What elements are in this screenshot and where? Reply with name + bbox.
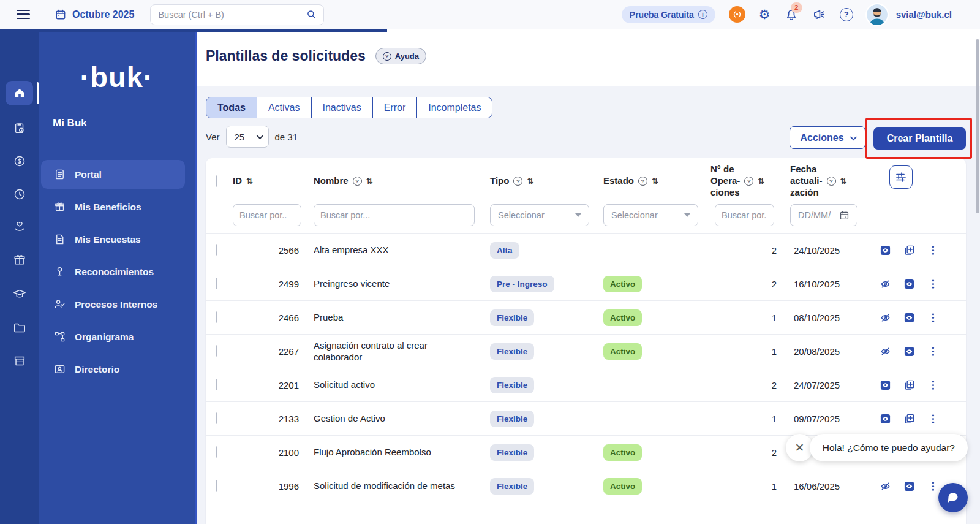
column-help-icon[interactable]: ?	[353, 177, 362, 186]
trial-badge[interactable]: Prueba Gratuita i	[622, 6, 715, 23]
column-help-icon[interactable]: ?	[744, 177, 753, 186]
sort-icon[interactable]: ⇅	[840, 177, 847, 186]
preview-icon[interactable]	[901, 309, 917, 325]
hide-visibility-icon[interactable]	[877, 343, 893, 359]
preview-icon[interactable]	[901, 343, 917, 359]
sidebar-item-directorio[interactable]: Directorio	[41, 355, 185, 384]
settings-gear-icon[interactable]: ⚙	[759, 8, 771, 21]
rail-item-organization[interactable]	[6, 349, 33, 373]
row-checkbox[interactable]	[216, 278, 217, 289]
rail-item-gift[interactable]	[6, 248, 33, 272]
kebab-menu-icon[interactable]	[925, 276, 941, 292]
row-actions	[870, 276, 966, 292]
preview-icon[interactable]	[901, 478, 917, 494]
vertical-scrollbar-thumb[interactable]	[976, 39, 979, 213]
filter-estado-select[interactable]: Seleccionar	[603, 204, 698, 226]
filter-fecha-date-input[interactable]: DD/MM/	[790, 204, 858, 226]
sidebar-item-mis-encuestas[interactable]: Mis Encuestas	[41, 225, 185, 254]
tipo-badge: Flexible	[490, 309, 534, 326]
sidebar-item-mis-beneficios[interactable]: Mis Beneficios	[41, 192, 185, 221]
user-email[interactable]: svial@buk.cl	[896, 9, 952, 20]
rail-item-home[interactable]	[6, 81, 33, 105]
sidebar-item-label: Organigrama	[75, 332, 134, 343]
row-checkbox[interactable]	[216, 379, 217, 390]
tab-todas[interactable]: Todas	[206, 97, 257, 118]
cell-operaciones: 2	[703, 380, 783, 390]
tab-error[interactable]: Error	[372, 97, 417, 118]
crear-plantilla-button[interactable]: Crear Plantilla	[873, 127, 966, 150]
filter-operaciones-input[interactable]	[715, 204, 774, 226]
rail-item-benefits[interactable]	[6, 215, 33, 239]
buk-assistant-icon[interactable]	[729, 6, 745, 23]
search-input[interactable]	[158, 10, 306, 20]
preview-icon[interactable]	[877, 411, 893, 427]
kebab-menu-icon[interactable]	[925, 478, 941, 494]
sort-icon[interactable]: ⇅	[758, 177, 764, 186]
help-icon[interactable]: ?	[840, 8, 853, 21]
column-help-icon[interactable]: ?	[513, 177, 522, 186]
filter-nombre-input[interactable]	[314, 204, 475, 226]
hide-visibility-icon[interactable]	[877, 309, 893, 325]
sort-icon[interactable]: ⇅	[652, 177, 658, 186]
hide-visibility-icon[interactable]	[877, 276, 893, 292]
row-checkbox[interactable]	[216, 311, 217, 323]
sort-icon[interactable]: ⇅	[527, 177, 533, 186]
cell-operaciones: 2	[703, 279, 783, 289]
hamburger-menu-button[interactable]	[17, 10, 30, 19]
row-checkbox[interactable]	[216, 446, 217, 458]
tab-activas[interactable]: Activas	[257, 97, 311, 118]
rail-item-folder[interactable]	[6, 316, 33, 340]
row-actions	[870, 242, 966, 258]
cell-id: 2133	[233, 414, 306, 424]
acciones-button[interactable]: Acciones	[790, 126, 865, 149]
search-icon[interactable]	[306, 9, 317, 20]
kebab-menu-icon[interactable]	[925, 242, 941, 258]
filter-id-input[interactable]	[233, 204, 301, 226]
notifications-bell-icon[interactable]: 2	[784, 7, 799, 22]
select-all-checkbox[interactable]	[216, 175, 217, 187]
estado-badge: Activo	[603, 309, 642, 326]
sidebar-item-portal[interactable]: Portal	[41, 160, 185, 189]
preview-icon[interactable]	[901, 276, 917, 292]
kebab-menu-icon[interactable]	[925, 411, 941, 427]
duplicate-icon[interactable]	[901, 242, 917, 258]
row-checkbox[interactable]	[216, 244, 217, 256]
preview-icon[interactable]	[877, 242, 893, 258]
date-picker-control[interactable]: Octubre 2025	[55, 9, 134, 21]
gift-icon	[54, 201, 66, 213]
duplicate-icon[interactable]	[901, 411, 917, 427]
kebab-menu-icon[interactable]	[925, 377, 941, 393]
preview-icon[interactable]	[877, 377, 893, 393]
sort-icon[interactable]: ⇅	[366, 177, 373, 186]
sidebar-item-label: Reconocimientos	[75, 267, 154, 278]
rail-item-payments[interactable]	[6, 149, 33, 173]
kebab-menu-icon[interactable]	[925, 309, 941, 325]
page-size-select[interactable]: 25	[226, 126, 269, 148]
row-checkbox[interactable]	[216, 480, 217, 492]
cell-operaciones: 1	[703, 481, 783, 492]
tab-inactivas[interactable]: Inactivas	[311, 97, 372, 118]
avatar[interactable]	[867, 4, 888, 25]
ayuda-help-button[interactable]: ? Ayuda	[375, 48, 426, 64]
row-checkbox[interactable]	[216, 345, 217, 357]
hide-visibility-icon[interactable]	[877, 478, 893, 494]
rail-item-clipboard[interactable]	[6, 116, 33, 140]
sidebar-item-procesos-internos[interactable]: Procesos Internos	[41, 290, 185, 319]
estado-badge: Activo	[603, 478, 642, 495]
rail-item-clock[interactable]	[6, 182, 33, 207]
sidebar-item-organigrama[interactable]: Organigrama	[41, 322, 185, 351]
column-settings-icon[interactable]	[889, 165, 913, 189]
calendar-icon	[55, 9, 67, 21]
tab-incompletas[interactable]: Incompletas	[417, 97, 492, 118]
row-checkbox[interactable]	[216, 412, 217, 424]
column-help-icon[interactable]: ?	[638, 177, 647, 186]
kebab-menu-icon[interactable]	[925, 343, 941, 359]
duplicate-icon[interactable]	[901, 377, 917, 393]
column-help-icon[interactable]: ?	[827, 177, 836, 186]
sidebar-item-reconocimientos[interactable]: Reconocimientos	[41, 257, 185, 286]
filter-tipo-select[interactable]: Seleccionar	[490, 204, 589, 226]
sort-icon[interactable]: ⇅	[246, 177, 253, 186]
chat-bubble-icon[interactable]	[938, 483, 968, 512]
announcements-megaphone-icon[interactable]	[812, 7, 826, 21]
rail-item-education[interactable]	[6, 282, 33, 306]
